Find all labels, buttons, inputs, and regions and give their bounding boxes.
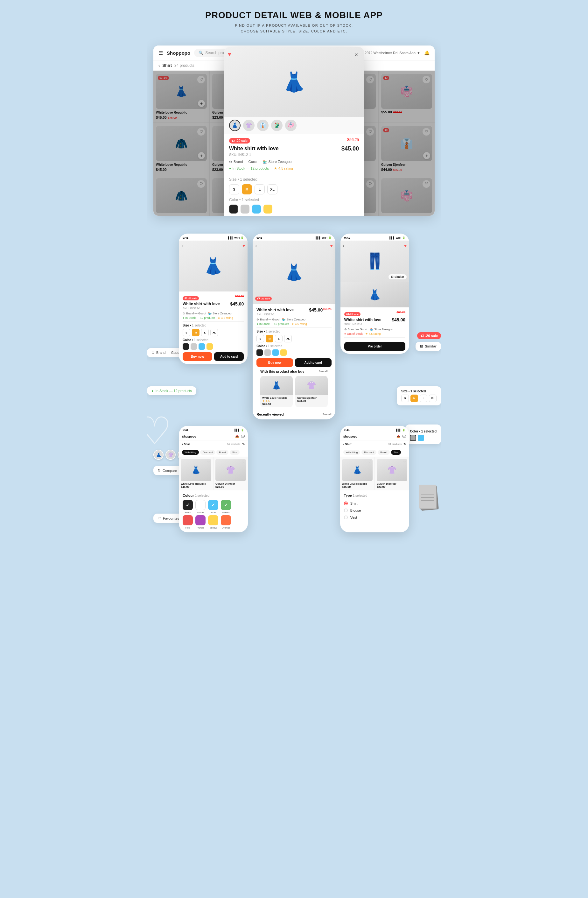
color-gray[interactable] [410, 435, 416, 441]
color-yellow[interactable] [280, 349, 287, 356]
thumbnail-4[interactable]: 🥻 [271, 120, 282, 131]
colour-circle[interactable] [195, 500, 206, 510]
type-vest[interactable]: Vest [344, 514, 405, 521]
color-gray[interactable] [241, 205, 249, 214]
thumbnail-2[interactable]: 👚 [243, 120, 255, 131]
size-s-button[interactable]: S [229, 184, 239, 194]
add-to-cart-button[interactable]: Add to card [214, 352, 244, 361]
color-yellow[interactable] [207, 343, 213, 350]
thumbnail-1[interactable]: 👗 [229, 120, 241, 131]
heart-icon[interactable]: ♥ [404, 243, 407, 248]
back-icon[interactable]: ‹ [255, 243, 257, 248]
colour-purple[interactable]: Purple [195, 515, 206, 529]
filter-size[interactable]: Size [230, 450, 240, 455]
float-compare-button[interactable]: ⇅ Compare [154, 466, 181, 475]
size-l[interactable]: L [275, 335, 282, 342]
color-black[interactable] [183, 343, 189, 350]
colour-black[interactable]: Black [183, 500, 193, 514]
size-xl[interactable]: XL [210, 329, 218, 336]
color-gray[interactable] [190, 343, 197, 350]
type-radio[interactable] [344, 501, 348, 505]
color-blue[interactable] [252, 205, 261, 214]
color-black[interactable] [256, 349, 263, 356]
colour-circle[interactable] [183, 500, 193, 510]
color-yellow[interactable] [264, 205, 272, 214]
size-m[interactable]: M [410, 395, 418, 402]
color-gray[interactable] [264, 349, 271, 356]
colour-white[interactable]: White [195, 500, 206, 514]
colour-circle[interactable] [183, 515, 193, 525]
heart-icon[interactable]: ♥ [243, 243, 245, 248]
heart-icon[interactable]: ♡ [242, 460, 245, 464]
filter-fitting[interactable]: With fitting [343, 450, 360, 455]
modal-close-button[interactable]: ✕ [353, 51, 360, 58]
filter-brand[interactable]: Brand [216, 450, 228, 455]
type-radio[interactable] [344, 515, 348, 519]
colour-yellow[interactable]: Yellow [208, 515, 218, 529]
float-thumb-2[interactable]: 👚 [166, 450, 176, 460]
type-blouse[interactable]: Blouse [344, 507, 405, 514]
similar-button[interactable]: ⊡ Similar [388, 274, 407, 279]
modal-overlay[interactable]: ♥ ✕ 👗 👗 👚 👔 🥻 👘 🏷 -20 sale $56.25 [154, 71, 434, 216]
colour-orange[interactable]: Orange [221, 515, 231, 529]
color-blue[interactable] [198, 343, 205, 350]
filter-icon[interactable]: ⇅ [404, 442, 406, 446]
filter-icon[interactable]: ⇅ [242, 442, 245, 446]
color-blue[interactable] [272, 349, 279, 356]
chat-icon[interactable]: 💬 [241, 435, 245, 438]
product-card[interactable]: ♡ 👚 Gulyen Djenfeer $23.00 [213, 457, 248, 491]
float-thumb-1[interactable]: 👗 [154, 450, 164, 460]
filter-brand[interactable]: Brand [378, 450, 390, 455]
back-icon[interactable]: ‹ [181, 243, 183, 248]
back-icon[interactable]: ‹ [158, 63, 160, 68]
size-m[interactable]: M [192, 329, 200, 336]
colour-circle[interactable] [195, 515, 206, 525]
heart-icon[interactable]: ♡ [207, 460, 210, 464]
see-all-link[interactable]: See all [322, 413, 332, 416]
size-l[interactable]: L [420, 395, 427, 402]
filter-discount[interactable]: Discount [361, 450, 376, 455]
size-xl[interactable]: XL [284, 335, 292, 342]
colour-circle[interactable] [221, 500, 231, 510]
also-buy-item[interactable]: ♡ 👗 White Love Republic ★ 4.5 $45.00 [260, 376, 293, 407]
size-m-button[interactable]: M [242, 184, 252, 194]
product-card[interactable]: ♡ 👚 Gulyen Djenfeer $23.00 [375, 457, 409, 491]
colour-red[interactable]: Red [183, 515, 193, 529]
back-icon[interactable]: ‹ [343, 243, 345, 248]
size-l-button[interactable]: L [255, 184, 265, 194]
float-similar-button[interactable]: ⊡ Similar [416, 342, 441, 351]
thumbnail-5[interactable]: 👘 [285, 120, 296, 131]
buy-now-button[interactable]: Buy now [256, 358, 293, 367]
color-black[interactable] [229, 205, 238, 214]
notification-icon[interactable]: 🔔 [424, 50, 430, 55]
wishlist-icon[interactable]: ♡ [324, 377, 327, 381]
thumbnail-3[interactable]: 👔 [257, 120, 269, 131]
wishlist-icon[interactable]: ♡ [289, 377, 292, 381]
filter-discount[interactable]: Discount [200, 450, 215, 455]
buy-now-button[interactable]: Buy now [183, 352, 212, 361]
size-xl-button[interactable]: XL [267, 184, 278, 194]
chat-icon[interactable]: 💬 [402, 435, 406, 438]
share-icon[interactable]: 📤 [235, 435, 239, 438]
colour-green[interactable]: Green [221, 500, 231, 514]
pre-order-button[interactable]: Pre order [344, 342, 405, 351]
see-all-link[interactable]: See all [318, 370, 328, 373]
size-s[interactable]: S [401, 395, 409, 402]
product-card[interactable]: ♡ 👗 White Love Republic $45.00 [340, 457, 375, 491]
heart-icon[interactable]: ♡ [368, 460, 371, 464]
share-icon[interactable]: 📤 [396, 435, 400, 438]
filter-size[interactable]: Size [391, 450, 401, 455]
size-s[interactable]: S [256, 335, 264, 342]
heart-icon[interactable]: ♡ [403, 460, 406, 464]
also-buy-item[interactable]: ♡ 👚 Gulyen Djenfeer $23.00 [295, 376, 328, 407]
size-m[interactable]: M [266, 335, 273, 342]
add-to-cart-button[interactable]: Add to card [295, 358, 332, 367]
colour-blue[interactable]: Blue [208, 500, 218, 514]
type-radio[interactable] [344, 509, 348, 512]
heart-icon[interactable]: ♥ [330, 243, 333, 248]
size-s[interactable]: S [183, 329, 190, 336]
hamburger-icon[interactable]: ☰ [158, 50, 163, 56]
colour-circle[interactable] [208, 515, 218, 525]
filter-fitting[interactable]: With fitting [182, 450, 199, 455]
size-l[interactable]: L [201, 329, 209, 336]
